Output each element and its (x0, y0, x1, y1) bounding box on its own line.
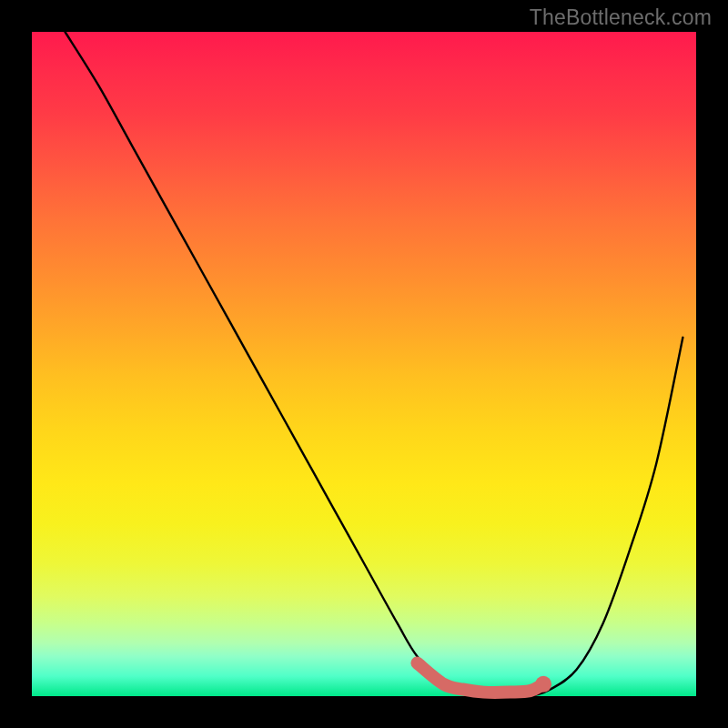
plot-area (32, 32, 696, 696)
band-end-dot (535, 676, 551, 693)
bottleneck-curve-line (66, 32, 683, 697)
chart-frame: TheBottleneck.com (0, 0, 728, 728)
watermark-text: TheBottleneck.com (530, 5, 712, 30)
chart-svg (32, 32, 696, 696)
recommended-band-line (417, 663, 543, 693)
